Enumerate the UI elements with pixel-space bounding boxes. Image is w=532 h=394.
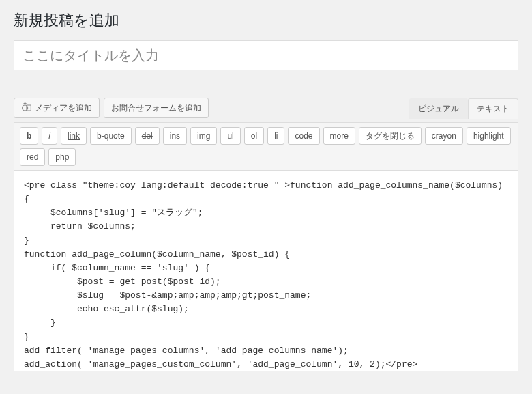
qt-btn-タグを閉じる[interactable]: タグを閉じる: [359, 127, 422, 145]
add-contact-form-label: お問合せフォームを追加: [111, 101, 201, 115]
qt-btn-b[interactable]: b: [20, 127, 38, 145]
qt-btn-ins[interactable]: ins: [163, 127, 187, 145]
page-title: 新規投稿を追加: [14, 10, 518, 31]
qt-btn-php[interactable]: php: [48, 148, 76, 166]
qt-btn-red[interactable]: red: [20, 148, 45, 166]
qt-btn-link[interactable]: link: [61, 127, 87, 145]
editor-wrap: bilinkb-quotedelinsimgulollicodemoreタグを閉…: [14, 122, 518, 371]
quicktags-toolbar: bilinkb-quotedelinsimgulollicodemoreタグを閉…: [14, 123, 518, 171]
qt-btn-li[interactable]: li: [267, 127, 284, 145]
qt-btn-more[interactable]: more: [323, 127, 355, 145]
tab-text[interactable]: テキスト: [468, 98, 518, 119]
qt-btn-highlight[interactable]: highlight: [467, 127, 511, 145]
add-media-button[interactable]: メディアを追加: [14, 98, 100, 118]
qt-btn-del[interactable]: del: [135, 127, 160, 145]
add-media-label: メディアを追加: [35, 101, 92, 115]
qt-btn-img[interactable]: img: [190, 127, 217, 145]
content-textarea[interactable]: [14, 171, 518, 369]
qt-btn-ul[interactable]: ul: [220, 127, 240, 145]
qt-btn-i[interactable]: i: [42, 127, 57, 145]
qt-btn-ol[interactable]: ol: [244, 127, 264, 145]
media-icon: [21, 102, 32, 113]
qt-btn-crayon[interactable]: crayon: [425, 127, 463, 145]
post-title-input[interactable]: [14, 40, 518, 70]
tab-visual[interactable]: ビジュアル: [409, 98, 468, 119]
add-contact-form-button[interactable]: お問合せフォームを追加: [104, 98, 209, 118]
qt-btn-b-quote[interactable]: b-quote: [90, 127, 132, 145]
qt-btn-code[interactable]: code: [288, 127, 319, 145]
